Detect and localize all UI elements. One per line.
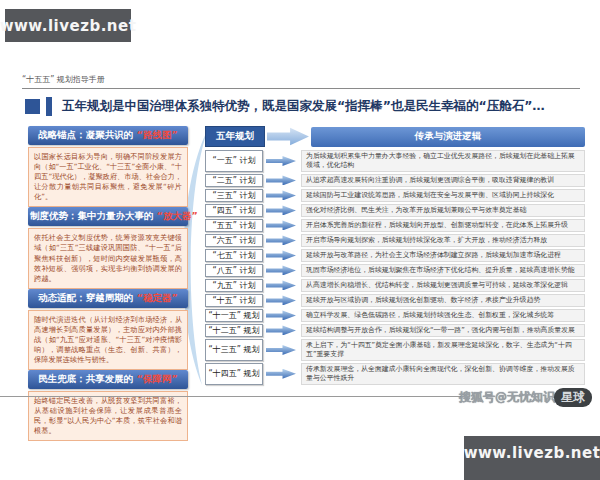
- arrow-right-icon: [266, 190, 296, 200]
- logic-text: 延续结构调整与开放合作，后续规划深化“一带一路”，强化内需与创新，推动高质量发展: [301, 324, 585, 337]
- plan-label: “八五” 计划: [205, 264, 263, 277]
- logic-text: 延续开放与区域协调，后续规划强化创新驱动、数字经济，承接产业升级趋势: [301, 294, 585, 307]
- plan-label: “十一五” 规划: [205, 309, 263, 322]
- logic-text: 延续国防与工业建设统筹思路，后续规划在安全与发展平衡、区域协同上持续深化: [301, 189, 585, 202]
- timeline-row: “七五” 计划 延续开放与改革路径，为社会主义市场经济体制建立探路，后续规划加速…: [205, 249, 585, 262]
- left-panel-body: 以国家长远目标为导向，明确不同阶段发展方向（如“一五”工业化、“十三五”全面小康…: [28, 147, 188, 207]
- plan-label: “三五” 计划: [205, 189, 263, 202]
- watermark-bottom-right: www.livezb.net: [464, 436, 600, 480]
- left-panel-body: 始终锚定民生改善，从脱贫攻坚到共同富裕，从基础设施到社会保障，让发展成果普惠全民…: [28, 391, 188, 441]
- arrow-right-icon: [266, 265, 296, 275]
- plan-label: “六五” 计划: [205, 234, 263, 247]
- timeline-row: “九五” 计划 从高速增长向稳增长、优结构转变，后续规划更强调质量与可持续，延续…: [205, 279, 585, 292]
- left-panel-heading: 民生兜底：共享发展的 “保障网”: [28, 370, 188, 389]
- timeline-row: “十二五” 规划 延续结构调整与开放合作，后续规划深化“一带一路”，强化内需与创…: [205, 324, 585, 337]
- timeline-header-row: 五年规划 传承与演进逻辑: [205, 126, 585, 147]
- arrow-right-icon: [267, 127, 309, 147]
- doc-label: “十五五” 规划指导手册: [22, 74, 105, 85]
- timeline-row: “八五” 计划 巩固市场经济地位，后续规划聚焦在市场经济下优化结构、提升质量，延…: [205, 264, 585, 277]
- timeline-row: “五五” 计划 开启体系完善后的新征程，后续规划向开放型、创新驱动型转变，在此体…: [205, 219, 585, 232]
- slide: www.livezb.net “十五五” 规划指导手册 五年规划是中国治理体系独…: [0, 0, 600, 480]
- timeline-row: “三五” 计划 延续国防与工业建设统筹思路，后续规划在安全与发展平衡、区域协同上…: [205, 189, 585, 202]
- plan-label: “一五” 计划: [205, 150, 263, 172]
- arrow-right-icon: [266, 175, 296, 185]
- left-panel-heading-prefix: 战略锚点：凝聚共识的: [38, 129, 133, 140]
- left-panel: 战略锚点：凝聚共识的 “路线图” 以国家长远目标为导向，明确不同阶段发展方向（如…: [28, 126, 188, 207]
- sohu-badge: 搜狐号@无忧知识 星球: [459, 388, 592, 407]
- arrow-right-icon: [266, 369, 296, 379]
- arrow-right-icon: [266, 205, 296, 215]
- arrow-right-icon: [266, 235, 296, 245]
- plan-label: “五五” 计划: [205, 219, 263, 232]
- left-panel: 制度优势：集中力量办大事的 “放大器” 依托社会主义制度优势，统筹资源攻克关键领…: [28, 207, 188, 288]
- plan-column-header: 五年规划: [205, 126, 265, 147]
- left-panel-heading: 动态适配：穿越周期的 “稳定器”: [28, 289, 188, 308]
- arrow-right-icon: [266, 220, 296, 230]
- timeline-row: “一五” 计划 为后续规划积累集中力量办大事经验，确立工业优先发展路径，后续规划…: [205, 150, 585, 172]
- header-divider: [22, 88, 580, 89]
- left-panel-heading-term: “放大器”: [157, 210, 198, 221]
- title-marker-bar-icon: [46, 97, 52, 116]
- timeline-row: “二五” 计划 从追求超高速发展转向注重协调，后续规划更强调综合平衡，吸取违背规…: [205, 174, 585, 187]
- timeline-row: “十五” 计划 延续开放与区域协调，后续规划强化创新驱动、数字经济，承接产业升级…: [205, 294, 585, 307]
- logic-text: 从追求超高速发展转向注重协调，后续规划更强调综合平衡，吸取违背规律的教训: [301, 174, 585, 187]
- watermark-text: www.livezb.net: [0, 17, 136, 35]
- arrow-right-icon: [266, 280, 296, 290]
- arrow-right-icon: [266, 295, 296, 305]
- left-panel: 民生兜底：共享发展的 “保障网” 始终锚定民生改善，从脱贫攻坚到共同富裕，从基础…: [28, 370, 188, 441]
- logic-text: 确立科学发展、绿色低碳路径，后续规划持续强化生态、创新权重，深化城乡统筹: [301, 309, 585, 322]
- plan-label: “四五” 计划: [205, 204, 263, 217]
- logic-column-header: 传承与演进逻辑: [311, 127, 585, 147]
- title-marker-square-icon: [25, 99, 40, 114]
- left-panel-body: 依托社会主义制度优势，统筹资源攻克关键领域（如“三五”三线建设巩固国防、“十一五…: [28, 228, 188, 288]
- left-column: 战略锚点：凝聚共识的 “路线图” 以国家长远目标为导向，明确不同阶段发展方向（如…: [28, 126, 188, 388]
- logic-text: 延续开放与改革路径，为社会主义市场经济体制建立探路，后续规划加速市场化进程: [301, 249, 585, 262]
- timeline-row: “六五” 计划 开启市场导向规划探索，后续规划持续深化改革，扩大开放，推动经济活…: [205, 234, 585, 247]
- timeline-rows: “一五” 计划 为后续规划积累集中力量办大事经验，确立工业优先发展路径，后续规划…: [205, 150, 585, 385]
- sohu-badge-tail: 星球: [554, 388, 592, 407]
- logic-text: 开启体系完善后的新征程，后续规划向开放型、创新驱动型转变，在此体系上拓展升级: [301, 219, 585, 232]
- left-panel-body: 随时代演进迭代（从计划经济到市场经济，从高速增长到高质量发展），主动应对内外部挑…: [28, 310, 188, 370]
- left-panel: 动态适配：穿越周期的 “稳定器” 随时代演进迭代（从计划经济到市场经济，从高速增…: [28, 289, 188, 370]
- logic-text: 强化对经济比例、民生关注，为改革开放后规划兼顾公平与效率奠定基础: [301, 204, 585, 217]
- logic-text: 开启市场导向规划探索，后续规划持续深化改革，扩大开放，推动经济活力释放: [301, 234, 585, 247]
- sohu-badge-text: 搜狐号@无忧知识: [459, 389, 555, 406]
- logic-text: 为后续规划积累集中力量办大事经验，确立工业优先发展路径，后续规划在此基础上拓展领…: [301, 150, 585, 172]
- logic-text: 巩固市场经济地位，后续规划聚焦在市场经济下优化结构、提升质量，延续高速增长势能: [301, 264, 585, 277]
- timeline-chart: 五年规划 传承与演进逻辑 “一五” 计划 为后续规划积累集中力量办大事经验，确立…: [205, 126, 585, 385]
- timeline-row: “十三五” 规划 承上启下，为“十四五”奠定全面小康基础，新发展理念延续深化，数…: [205, 339, 585, 361]
- timeline-row: “四五” 计划 强化对经济比例、民生关注，为改革开放后规划兼顾公平与效率奠定基础: [205, 204, 585, 217]
- footer-divider: [0, 396, 462, 397]
- logic-text: 承上启下，为“十四五”奠定全面小康基础，新发展理念延续深化，数字、生态成为“十四…: [301, 339, 585, 361]
- watermark-text: www.livezb.net: [464, 444, 600, 462]
- arrow-right-icon: [266, 310, 296, 320]
- plan-label: “十五” 计划: [205, 294, 263, 307]
- arrow-right-icon: [266, 345, 296, 355]
- left-panel-heading-prefix: 民生兜底：共享发展的: [38, 373, 133, 384]
- left-panel-heading-prefix: 制度优势：集中力量办大事的: [30, 210, 154, 221]
- plan-label: “七五” 计划: [205, 249, 263, 262]
- left-panel-heading-term: “保障网”: [137, 373, 178, 384]
- watermark-top-left: www.livezb.net: [5, 9, 131, 42]
- arrow-right-icon: [266, 250, 296, 260]
- timeline-row: “十一五” 规划 确立科学发展、绿色低碳路径，后续规划持续强化生态、创新权重，深…: [205, 309, 585, 322]
- plan-label: “九五” 计划: [205, 279, 263, 292]
- title-row: 五年规划是中国治理体系独特优势，既是国家发展“指挥棒”也是民生幸福的“压舱石”…: [25, 97, 545, 116]
- arrow-right-icon: [266, 156, 296, 166]
- plan-label: “十二五” 规划: [205, 324, 263, 337]
- page-title: 五年规划是中国治理体系独特优势，既是国家发展“指挥棒”也是民生幸福的“压舱石”…: [62, 98, 545, 115]
- timeline-row: “十四五” 规划 传承新发展理念，从全面建成小康转向全面现代化，深化创新、协调等…: [205, 363, 585, 385]
- left-panel-heading: 制度优势：集中力量办大事的 “放大器”: [28, 207, 188, 226]
- left-panel-heading: 战略锚点：凝聚共识的 “路线图”: [28, 126, 188, 145]
- plan-label: “十四五” 规划: [205, 363, 263, 385]
- plan-label: “二五” 计划: [205, 174, 263, 187]
- left-panel-heading-term: “路线图”: [137, 129, 178, 140]
- left-panel-heading-term: “稳定器”: [137, 292, 178, 303]
- plan-label: “十三五” 规划: [205, 339, 263, 361]
- arrow-right-icon: [266, 325, 296, 335]
- logic-text: 传承新发展理念，从全面建成小康转向全面现代化，深化创新、协调等维度，推动发展质量…: [301, 363, 585, 385]
- left-panel-heading-prefix: 动态适配：穿越周期的: [38, 292, 133, 303]
- logic-text: 从高速增长向稳增长、优结构转变，后续规划更强调质量与可持续，延续改革深化逻辑: [301, 279, 585, 292]
